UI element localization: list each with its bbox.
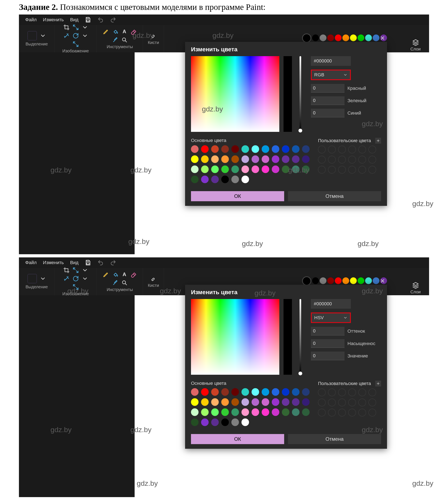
user-color-slot[interactable] <box>318 389 326 396</box>
user-color-slot[interactable] <box>328 156 336 163</box>
palette-color[interactable] <box>272 156 279 163</box>
cancel-button[interactable]: Отмена <box>288 434 381 444</box>
user-color-slot[interactable] <box>318 146 326 153</box>
user-color-slot[interactable] <box>348 399 356 406</box>
palette-color[interactable] <box>302 156 310 163</box>
palette-color[interactable] <box>302 398 310 406</box>
palette-color[interactable] <box>231 156 239 163</box>
user-color-slot[interactable] <box>358 409 366 416</box>
pencil-icon[interactable] <box>103 271 109 278</box>
channel-input-0[interactable] <box>311 327 345 335</box>
palette-color[interactable] <box>201 419 209 426</box>
close-icon[interactable]: ✕ <box>380 278 385 284</box>
expand-icon[interactable] <box>73 41 79 47</box>
chevron-down-icon[interactable] <box>82 24 88 31</box>
palette-color[interactable] <box>272 145 279 153</box>
palette-color[interactable] <box>201 408 209 416</box>
user-color-slot[interactable] <box>338 389 346 396</box>
palette-color[interactable] <box>201 145 209 153</box>
palette-color[interactable] <box>241 156 249 163</box>
palette-color[interactable] <box>252 166 259 173</box>
undo-icon[interactable] <box>97 17 104 23</box>
palette-color[interactable] <box>221 408 229 416</box>
hex-input[interactable] <box>311 299 351 309</box>
user-color-slot[interactable] <box>338 156 346 163</box>
undo-icon[interactable] <box>97 260 104 266</box>
palette-color[interactable] <box>211 145 219 153</box>
palette-color[interactable] <box>211 419 219 426</box>
user-color-slot[interactable] <box>368 156 376 163</box>
value-slider[interactable] <box>296 56 304 132</box>
user-color-slot[interactable] <box>318 156 326 163</box>
palette-color[interactable] <box>241 408 249 416</box>
color-gradient[interactable] <box>191 299 279 375</box>
bucket-icon[interactable] <box>112 271 118 278</box>
palette-color[interactable] <box>201 156 209 163</box>
palette-swatch[interactable] <box>327 34 334 41</box>
user-color-slot[interactable] <box>338 166 346 173</box>
user-color-slot[interactable] <box>358 389 366 396</box>
palette-swatch[interactable] <box>365 34 372 41</box>
palette-color[interactable] <box>231 166 239 173</box>
menu-edit[interactable]: Изменить <box>43 17 64 22</box>
palette-color[interactable] <box>191 156 199 163</box>
palette-color[interactable] <box>191 176 199 183</box>
palette-color[interactable] <box>292 398 300 406</box>
palette-color[interactable] <box>211 388 219 396</box>
palette-color[interactable] <box>231 408 239 416</box>
user-color-slot[interactable] <box>348 166 356 173</box>
palette-swatch[interactable] <box>358 34 364 41</box>
user-color-slot[interactable] <box>348 156 356 163</box>
redo-icon[interactable] <box>110 260 116 266</box>
user-color-slot[interactable] <box>368 389 376 396</box>
palette-color[interactable] <box>211 398 219 406</box>
palette-color[interactable] <box>221 166 229 173</box>
palette-color[interactable] <box>211 408 219 416</box>
palette-color[interactable] <box>302 145 310 153</box>
user-color-slot[interactable] <box>328 409 336 416</box>
palette-color[interactable] <box>211 156 219 163</box>
user-color-slot[interactable] <box>358 146 366 153</box>
palette-color[interactable] <box>231 398 239 406</box>
add-user-color-button[interactable]: + <box>375 381 381 387</box>
palette-color[interactable] <box>221 388 229 396</box>
user-color-slot[interactable] <box>338 146 346 153</box>
palette-color[interactable] <box>282 388 289 396</box>
user-color-slot[interactable] <box>358 166 366 173</box>
palette-color[interactable] <box>282 156 289 163</box>
palette-color[interactable] <box>272 166 279 173</box>
user-color-slot[interactable] <box>348 389 356 396</box>
user-color-slot[interactable] <box>328 166 336 173</box>
palette-color[interactable] <box>252 156 259 163</box>
palette-color[interactable] <box>191 419 199 426</box>
palette-color[interactable] <box>221 176 229 183</box>
eraser-icon[interactable] <box>131 28 137 35</box>
palette-color[interactable] <box>211 176 219 183</box>
resize-icon[interactable] <box>73 24 79 31</box>
palette-swatch[interactable] <box>342 34 349 41</box>
menu-file[interactable]: Файл <box>25 260 37 265</box>
palette-swatch[interactable] <box>320 34 326 41</box>
channel-input-2[interactable] <box>311 352 345 360</box>
palette-color[interactable] <box>262 166 269 173</box>
close-icon[interactable]: ✕ <box>380 35 385 42</box>
user-color-slot[interactable] <box>318 166 326 173</box>
palette-color[interactable] <box>302 388 310 396</box>
rotate-icon[interactable] <box>73 32 79 39</box>
selection-tool-icon[interactable] <box>28 274 37 283</box>
channel-input-1[interactable] <box>311 96 345 105</box>
palette-color[interactable] <box>201 176 209 183</box>
palette-color[interactable] <box>241 398 249 406</box>
user-color-slot[interactable] <box>318 409 326 416</box>
user-color-slot[interactable] <box>358 156 366 163</box>
palette-color[interactable] <box>252 145 259 153</box>
palette-swatch[interactable] <box>350 34 357 41</box>
palette-color[interactable] <box>191 398 199 406</box>
value-slider[interactable] <box>296 299 304 375</box>
palette-color[interactable] <box>191 388 199 396</box>
palette-color[interactable] <box>231 176 239 183</box>
rotate-icon[interactable] <box>73 276 79 282</box>
color-model-select[interactable]: HSV <box>311 312 351 323</box>
user-color-slot[interactable] <box>328 399 336 406</box>
palette-color[interactable] <box>221 156 229 163</box>
